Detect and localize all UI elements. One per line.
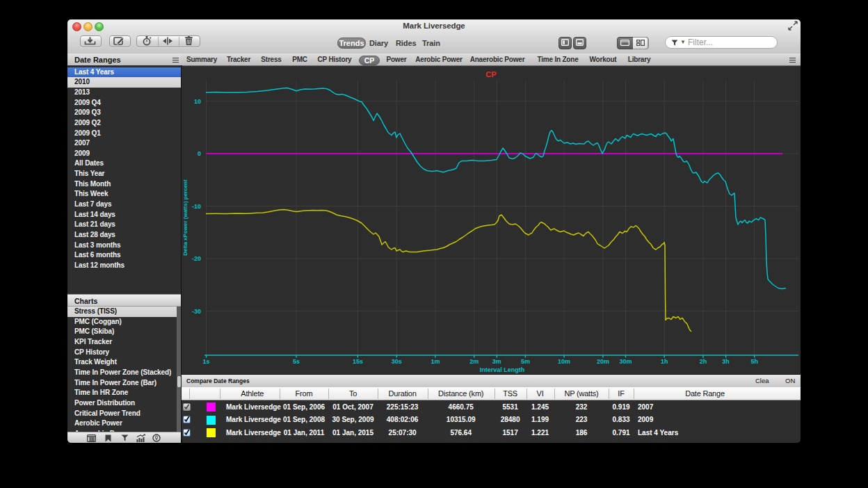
svg-text:3m: 3m [492, 358, 501, 365]
svg-text:-20: -20 [192, 255, 201, 262]
svg-text:1s: 1s [203, 358, 210, 365]
svg-text:10m: 10m [558, 358, 570, 365]
svg-text:1h: 1h [661, 358, 668, 365]
svg-text:5s: 5s [293, 358, 300, 365]
svg-text:10: 10 [194, 98, 201, 105]
svg-text:-10: -10 [192, 203, 201, 210]
svg-text:Interval Length: Interval Length [480, 366, 525, 373]
svg-text:20m: 20m [597, 358, 609, 365]
svg-text:1m: 1m [431, 358, 440, 365]
svg-text:0: 0 [198, 150, 201, 157]
svg-text:5h: 5h [750, 358, 758, 365]
svg-text:Delta xPower (watts) percent: Delta xPower (watts) percent [182, 179, 188, 256]
svg-text:2m: 2m [469, 358, 479, 365]
svg-text:3h: 3h [722, 358, 730, 365]
svg-text:CP: CP [485, 70, 496, 79]
svg-text:15s: 15s [353, 358, 363, 365]
svg-text:5m: 5m [521, 358, 530, 365]
svg-text:30m: 30m [619, 358, 632, 365]
svg-text:2h: 2h [700, 358, 707, 365]
svg-text:30s: 30s [392, 358, 402, 365]
svg-text:-30: -30 [192, 308, 201, 315]
